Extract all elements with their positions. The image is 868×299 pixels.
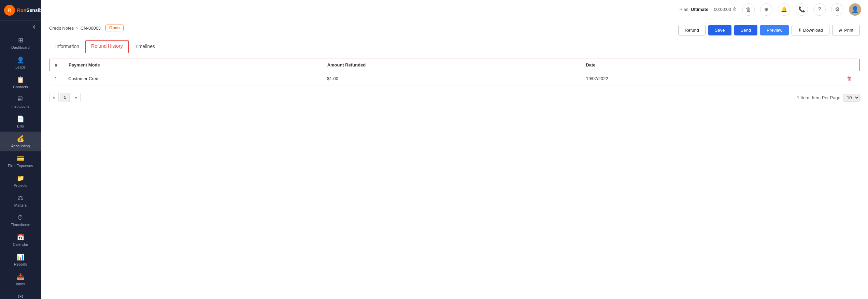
svg-text:R: R — [8, 8, 11, 13]
sidebar-item-leads[interactable]: 👤 Leads — [0, 53, 41, 73]
tab-refund-history[interactable]: Refund History — [85, 40, 129, 53]
save-button[interactable]: Save — [708, 25, 731, 35]
sidebar-item-contacts[interactable]: 📋 Contacts — [0, 73, 41, 92]
reports-icon: 📊 — [17, 253, 24, 261]
pagination-info: 1 Item Item Per Page 10 25 50 — [797, 94, 860, 102]
leads-icon: 👤 — [17, 56, 24, 64]
row-delete-icon[interactable]: 🗑 — [839, 75, 860, 81]
sidebar-item-label: Projects — [14, 183, 27, 188]
tabs-bar: Information Refund History Timelines — [49, 40, 860, 53]
cell-date: 19/07/2022 — [581, 76, 839, 81]
notification-icon[interactable]: 🔔 — [778, 3, 790, 16]
sidebar: R RunSensible ⊞ Dashboard 👤 Leads 📋 Cont… — [0, 0, 41, 299]
pagination-next[interactable]: » — [71, 93, 81, 102]
sidebar-item-timesheets[interactable]: ⏱ Timesheets — [0, 211, 41, 230]
cell-amount-refunded: $1.00 — [322, 76, 580, 81]
col-actions — [839, 62, 859, 68]
table-header-row: # Payment Mode Amount Refunded Date — [49, 59, 860, 71]
sidebar-item-label: Institutions — [12, 104, 30, 108]
sidebar-item-dashboard[interactable]: ⊞ Dashboard — [0, 33, 41, 53]
tab-information[interactable]: Information — [49, 40, 85, 53]
sidebar-item-inbox[interactable]: 📥 Inbox — [0, 270, 41, 289]
table-row: 1 Customer Credit $1.00 19/07/2022 🗑 — [49, 71, 860, 86]
timer-display: 00:00:00 ⏱ — [714, 7, 737, 12]
cell-payment-mode: Customer Credit — [63, 76, 322, 81]
breadcrumb: Credit Notes > CN-00003 Open — [49, 25, 124, 31]
add-icon[interactable]: ⊕ — [760, 3, 772, 16]
sidebar-item-label: Timesheets — [11, 223, 30, 227]
sidebar-item-institutions[interactable]: 🏛 Institutions — [0, 92, 41, 112]
breadcrumb-section[interactable]: Credit Notes — [49, 26, 74, 31]
sidebar-item-label: Matters — [14, 203, 27, 207]
institutions-icon: 🏛 — [17, 96, 24, 103]
trash-icon[interactable]: 🗑 — [742, 3, 755, 16]
col-num: # — [49, 62, 63, 68]
sidebar-collapse-btn[interactable] — [0, 21, 41, 33]
pagination-prev[interactable]: « — [49, 93, 59, 102]
download-button[interactable]: ⬇ Download — [792, 25, 829, 35]
sidebar-item-bills[interactable]: 📄 Bills — [0, 112, 41, 132]
print-button[interactable]: 🖨 Print — [832, 25, 860, 35]
action-buttons: Refund Save Send Preview ⬇ Download 🖨 Pr… — [678, 25, 860, 35]
settings-icon[interactable]: ⚙ — [831, 3, 843, 16]
sidebar-item-label: Dashboard — [11, 45, 30, 49]
campaign-icon: ✉ — [18, 293, 23, 299]
sidebar-item-label: Accounting — [11, 144, 30, 148]
firm-expenses-icon: 💳 — [17, 155, 24, 162]
per-page-select[interactable]: 10 25 50 — [843, 94, 860, 102]
sidebar-item-reports[interactable]: 📊 Reports — [0, 250, 41, 270]
col-payment-mode: Payment Mode — [63, 62, 322, 68]
breadcrumb-record: CN-00003 — [81, 26, 101, 31]
content-area: Credit Notes > CN-00003 Open Refund Save… — [41, 19, 868, 299]
help-icon[interactable]: ? — [813, 3, 826, 16]
sidebar-item-label: Bills — [17, 124, 24, 128]
sidebar-logo: R RunSensible — [0, 0, 41, 21]
avatar[interactable]: 👤 — [849, 3, 861, 16]
projects-icon: 📁 — [17, 175, 24, 182]
tab-timelines[interactable]: Timelines — [129, 40, 161, 53]
main-area: Plan: Ultimate 00:00:00 ⏱ 🗑 ⊕ 🔔 📞 ? ⚙ 👤 … — [41, 0, 868, 299]
contacts-icon: 📋 — [17, 76, 24, 84]
bills-icon: 📄 — [17, 115, 24, 123]
calendar-icon: 📅 — [17, 234, 24, 241]
sidebar-item-matters[interactable]: ⚖ Matters — [0, 191, 41, 211]
pagination-current[interactable]: 1 — [60, 93, 70, 102]
send-button[interactable]: Send — [734, 25, 757, 35]
refund-history-table: # Payment Mode Amount Refunded Date 1 Cu… — [49, 59, 860, 86]
sidebar-item-label: Reports — [14, 262, 27, 266]
sidebar-item-label: Calendar — [13, 242, 28, 246]
inbox-icon: 📥 — [17, 273, 24, 281]
sidebar-item-label: Leads — [15, 65, 26, 69]
matters-icon: ⚖ — [18, 194, 23, 202]
per-page-label: Item Per Page — [812, 95, 840, 100]
refund-button[interactable]: Refund — [678, 25, 706, 35]
sidebar-nav: ⊞ Dashboard 👤 Leads 📋 Contacts 🏛 Institu… — [0, 33, 41, 299]
dashboard-icon: ⊞ — [18, 36, 23, 44]
accounting-icon: 💰 — [17, 135, 24, 143]
items-count: 1 Item — [797, 95, 809, 100]
timesheets-icon: ⏱ — [17, 214, 24, 221]
sidebar-item-label: Contacts — [13, 85, 28, 89]
action-bar: Credit Notes > CN-00003 Open Refund Save… — [49, 25, 860, 35]
phone-icon[interactable]: 📞 — [796, 3, 808, 16]
breadcrumb-separator: > — [76, 26, 79, 31]
app-logo-icon: R — [4, 5, 15, 16]
sidebar-item-firm-expenses[interactable]: 💳 Firm Expenses — [0, 151, 41, 171]
sidebar-item-label: Inbox — [16, 282, 25, 286]
sidebar-item-calendar[interactable]: 📅 Calendar — [0, 230, 41, 250]
plan-info: Plan: Ultimate — [680, 7, 709, 12]
topbar: Plan: Ultimate 00:00:00 ⏱ 🗑 ⊕ 🔔 📞 ? ⚙ 👤 — [41, 0, 868, 19]
sidebar-item-projects[interactable]: 📁 Projects — [0, 171, 41, 191]
sidebar-item-campaign[interactable]: ✉ Campaign — [0, 289, 41, 299]
sidebar-item-label: Firm Expenses — [8, 164, 33, 168]
preview-button[interactable]: Preview — [760, 25, 789, 35]
col-amount-refunded: Amount Refunded — [322, 62, 581, 68]
cell-num: 1 — [49, 76, 63, 81]
col-date: Date — [580, 62, 839, 68]
status-badge: Open — [105, 25, 124, 31]
pagination: « 1 » 1 Item Item Per Page 10 25 50 — [49, 93, 860, 102]
sidebar-item-accounting[interactable]: 💰 Accounting — [0, 132, 41, 151]
timer-icon: ⏱ — [732, 7, 737, 12]
